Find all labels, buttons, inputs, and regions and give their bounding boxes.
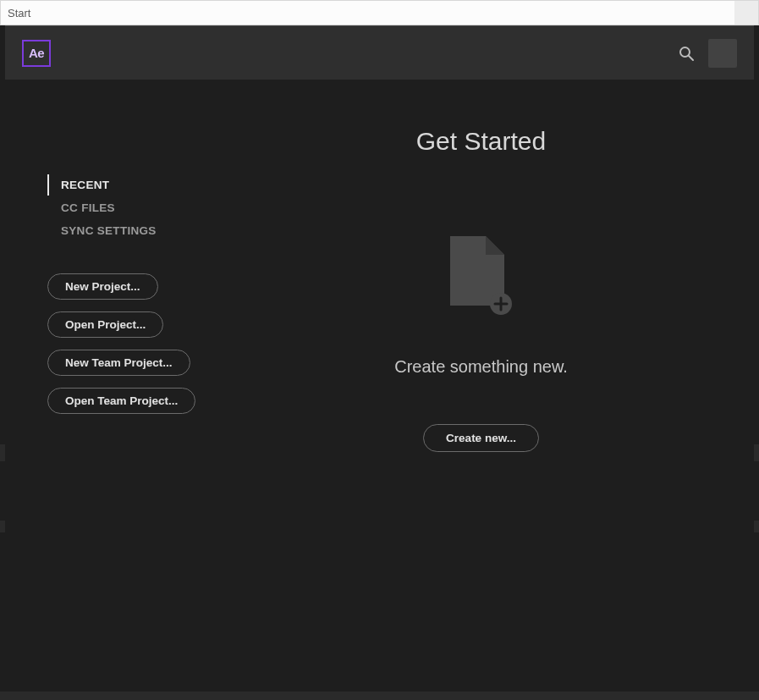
open-project-button[interactable]: Open Project...: [47, 311, 163, 338]
side-navigation: RECENT CC FILES SYNC SETTINGS New Projec…: [5, 80, 208, 692]
account-button[interactable]: [708, 39, 737, 68]
search-icon: [678, 45, 695, 62]
window-titlebar[interactable]: Start: [0, 0, 759, 25]
nav-label: RECENT: [61, 179, 109, 191]
nav-item-recent[interactable]: RECENT: [47, 174, 208, 196]
app-logo-text: Ae: [29, 46, 44, 60]
top-toolbar: Ae: [5, 25, 754, 80]
search-button[interactable]: [676, 43, 696, 63]
new-team-project-button[interactable]: New Team Project...: [47, 350, 190, 376]
document-plus-icon: [449, 240, 514, 320]
nav-list: RECENT CC FILES SYNC SETTINGS: [47, 174, 208, 241]
project-actions: New Project... Open Project... New Team …: [47, 273, 208, 414]
create-new-button[interactable]: Create new...: [423, 424, 539, 452]
svg-line-1: [689, 56, 693, 60]
new-project-button[interactable]: New Project...: [47, 273, 158, 300]
background-strip: [0, 692, 759, 700]
nav-item-cc-files[interactable]: CC FILES: [47, 197, 208, 218]
main-content: Get Started Create something new. Create…: [208, 80, 754, 692]
app-logo: Ae: [22, 40, 51, 67]
nav-item-sync-settings[interactable]: SYNC SETTINGS: [47, 220, 208, 241]
start-panel: RECENT CC FILES SYNC SETTINGS New Projec…: [5, 80, 754, 692]
window-close-button[interactable]: [734, 1, 758, 25]
nav-label: CC FILES: [61, 201, 115, 214]
open-team-project-button[interactable]: Open Team Project...: [47, 388, 195, 414]
window-title: Start: [8, 7, 30, 19]
nav-label: SYNC SETTINGS: [61, 224, 157, 237]
page-subtitle: Create something new.: [394, 357, 568, 377]
page-title: Get Started: [416, 127, 546, 156]
